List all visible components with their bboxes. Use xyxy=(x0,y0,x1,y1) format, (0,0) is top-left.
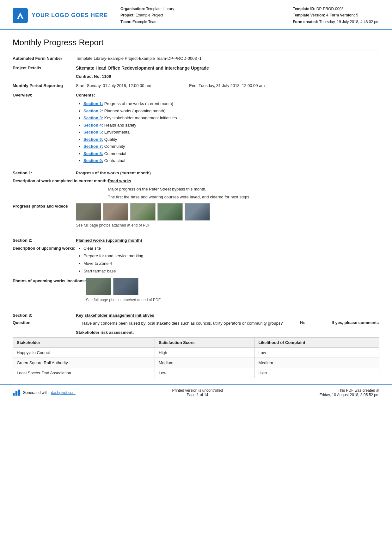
upcoming-photo-thumb-1 xyxy=(86,278,111,295)
photo-thumb-2 xyxy=(103,203,128,221)
work-desc-line2: The first the base and wearing courses w… xyxy=(108,194,379,201)
footer-center-line1: Printed version is uncontrolled xyxy=(172,388,223,393)
contents-link[interactable]: Section 8: xyxy=(83,151,103,156)
footer-generated-text: Generated with xyxy=(23,390,48,395)
upcoming-desc-value: Clear sitePrepare for road service marki… xyxy=(76,245,379,275)
team-value: Example Team xyxy=(132,20,157,24)
photos-value: See full page photos attached at end of … xyxy=(76,203,379,232)
header-meta-right: Template ID: DP-PROD-0003 Template Versi… xyxy=(293,6,379,25)
logo-svg xyxy=(15,11,25,20)
footer-left: Generated with dashpivot.com xyxy=(13,390,76,396)
svg-rect-2 xyxy=(18,390,20,396)
footer-right-line2: Friday, 10 August 2018, 8:05:52 pm xyxy=(320,393,379,397)
upcoming-works-list: Clear sitePrepare for road service marki… xyxy=(76,245,379,274)
report-title: Monthly Progress Report xyxy=(13,38,379,51)
contents-list-item: Section 8: Commercial xyxy=(83,151,379,157)
project-label: Project: xyxy=(120,13,135,17)
contents-link[interactable]: Section 2: xyxy=(83,109,103,113)
section1-title: Progress of the works (current month) xyxy=(76,171,151,175)
photo-thumb-4 xyxy=(157,203,183,221)
contents-list-item: Section 2: Planned works (upcoming month… xyxy=(83,108,379,114)
upcoming-works-item: Prepare for road service marking xyxy=(83,253,379,259)
stakeholder-risk-table: Stakeholder Satisfaction Score Likelihoo… xyxy=(13,337,379,378)
footer-center: Printed version is uncontrolled Page 1 o… xyxy=(172,388,223,397)
contents-heading: Contents: xyxy=(76,92,379,98)
contents-link[interactable]: Section 6: xyxy=(83,137,103,142)
table-cell: Medium xyxy=(155,358,255,368)
overview-value: Contents: Section 1: Progress of the wor… xyxy=(76,92,379,165)
overview-row: Overview: Contents: Section 1: Progress … xyxy=(13,92,379,165)
table-cell: Local Soccer Dad Association xyxy=(13,368,155,378)
contract-value: 1109 xyxy=(102,74,111,79)
work-desc-row: Description of work completed in current… xyxy=(13,178,379,201)
contents-list-item: Section 9: Contractual xyxy=(83,158,379,164)
section3-label: Section 3: xyxy=(13,313,76,318)
upcoming-photos-row: Photos of upcoming works locations: See … xyxy=(13,278,379,307)
table-cell: Green Square Rail Authority xyxy=(13,358,155,368)
work-desc-value: Road works Major progress on the Peter S… xyxy=(108,178,379,201)
risk-table-header: Stakeholder Satisfaction Score Likelihoo… xyxy=(13,338,379,348)
template-version-label: Template Version: xyxy=(293,13,325,17)
photo-thumb-1 xyxy=(76,203,101,221)
footer-center-line2: Page 1 of 14 xyxy=(172,393,223,397)
photo-thumb-5 xyxy=(185,203,210,221)
form-created-row: Form created: Thursday, 19 July 2018, 4:… xyxy=(293,19,379,25)
org-label: Organisation: xyxy=(120,7,145,11)
team-row: Team: Example Team xyxy=(120,19,174,25)
table-cell: High xyxy=(155,348,255,358)
upcoming-works-item: Move to Zone 4 xyxy=(83,260,379,267)
template-id-row: Template ID: DP-PROD-0003 xyxy=(293,6,379,12)
period-value: Start: Sunday, 01 July 2018, 12:00:00 am… xyxy=(76,83,379,89)
project-details-row: Project Details Sitemate Head Office Red… xyxy=(13,65,379,80)
logo-text: YOUR LOGO GOES HERE xyxy=(32,12,108,19)
contract-label: Contract No: xyxy=(76,74,101,79)
org-value: Template Library xyxy=(146,7,174,11)
dashpivot-link[interactable]: dashpivot.com xyxy=(51,390,75,395)
contents-list-item: Section 5: Environmental xyxy=(83,129,379,135)
contract-no: Contract No: 1109 xyxy=(76,73,379,80)
contents-link[interactable]: Section 1: xyxy=(83,101,103,106)
period-row: Monthly Period Reporting Start: Sunday, … xyxy=(13,83,379,89)
table-cell: Happyville Council xyxy=(13,348,155,358)
question-row: Question Have any concerns been raised b… xyxy=(13,320,379,327)
contents-link[interactable]: Section 5: xyxy=(83,130,103,134)
table-cell: Medium xyxy=(254,358,379,368)
form-version-label: Form Version: xyxy=(329,13,355,17)
section2-label: Section 2: xyxy=(13,238,76,243)
table-row: Local Soccer Dad AssociationLowHigh xyxy=(13,368,379,378)
section2-header-row: Section 2: Planned works (upcoming month… xyxy=(13,238,379,243)
contents-link[interactable]: Section 4: xyxy=(83,123,103,128)
contents-list-item: Section 4: Health and safety xyxy=(83,122,379,128)
table-cell: Low xyxy=(155,368,255,378)
svg-rect-0 xyxy=(13,393,15,396)
template-version-value: 4 xyxy=(326,13,328,17)
section3-header-row: Section 3: Key stakeholder management in… xyxy=(13,313,379,318)
project-details-text: Sitemate Head Office Redevelopment and I… xyxy=(76,65,379,72)
risk-section-label: Stakeholder risk assessment: xyxy=(76,330,379,335)
table-row: Happyville CouncilHighLow xyxy=(13,348,379,358)
upcoming-photos-caption: See full page photos attached at end of … xyxy=(86,297,379,303)
org-row: Organisation: Template Library xyxy=(120,6,174,12)
svg-rect-1 xyxy=(15,391,17,396)
table-row: Green Square Rail AuthorityMediumMedium xyxy=(13,358,379,368)
contents-link[interactable]: Section 7: xyxy=(83,144,103,149)
section2-title: Planned works (upcoming month) xyxy=(76,238,142,243)
period-end: End: Tuesday, 31 July 2018, 12:00:00 am xyxy=(189,83,265,89)
header-meta: Organisation: Template Library Project: … xyxy=(108,6,379,25)
upcoming-desc-label: Description of upcoming works: xyxy=(13,245,76,275)
work-desc-line1: Major progress on the Peter Street bypas… xyxy=(108,186,379,193)
contents-link[interactable]: Section 9: xyxy=(83,158,103,163)
period-dates: Start: Sunday, 01 July 2018, 12:00:00 am… xyxy=(76,83,379,89)
table-cell: High xyxy=(254,368,379,378)
risk-table-body: Happyville CouncilHighLowGreen Square Ra… xyxy=(13,348,379,378)
photos-caption: See full page photos attached at end of … xyxy=(76,222,379,228)
risk-header-row: Stakeholder Satisfaction Score Likelihoo… xyxy=(13,338,379,348)
upcoming-photo-thumb-2 xyxy=(113,278,138,295)
form-created-value: Thursday, 19 July 2018, 4:48:02 pm xyxy=(319,20,379,24)
logo-area: YOUR LOGO GOES HERE xyxy=(13,8,108,23)
automated-form-label: Automated Form Number xyxy=(13,55,76,62)
contents-link[interactable]: Section 3: xyxy=(83,115,103,120)
section1-header-row: Section 1: Progress of the works (curren… xyxy=(13,171,379,175)
period-start: Start: Sunday, 01 July 2018, 12:00:00 am xyxy=(76,83,151,89)
project-row: Project: Example Project xyxy=(120,12,174,18)
